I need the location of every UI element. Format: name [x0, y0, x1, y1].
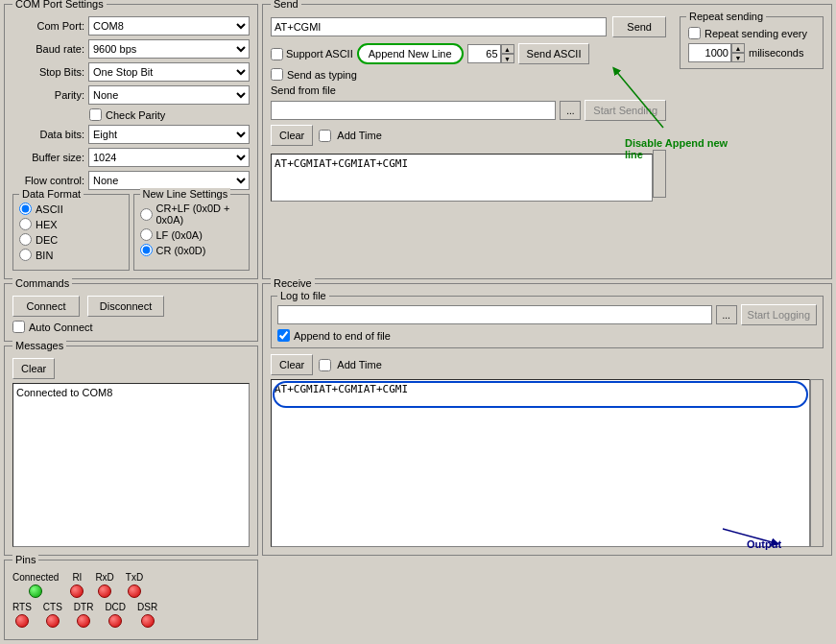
- parity-label: Parity:: [12, 89, 84, 101]
- support-ascii-label: Support ASCII: [286, 48, 353, 60]
- parity-select[interactable]: None: [88, 85, 250, 105]
- ascii-label: ASCII: [36, 203, 63, 215]
- interval-down-button[interactable]: ▼: [731, 53, 745, 62]
- pin-txd-label: TxD: [126, 572, 143, 583]
- receive-area: AT+CGMIAT+CGMIAT+CGMI: [271, 379, 810, 547]
- send-add-time-label: Add Time: [337, 130, 381, 141]
- send-panel: Send Send Support ASCII: [262, 4, 832, 279]
- send-title: Send: [271, 0, 301, 10]
- new-line-panel: New Line Settings CR+LF (0x0D + 0x0A) LF…: [133, 194, 251, 271]
- com-port-panel: COM Port Settings Com Port: COM8 Baud ra…: [4, 4, 258, 279]
- pin-rxd-led: [98, 584, 111, 598]
- ascii-radio[interactable]: [19, 203, 32, 215]
- size-up-button[interactable]: ▲: [501, 44, 514, 54]
- pin-rxd-label: RxD: [95, 572, 113, 583]
- bin-radio[interactable]: [19, 249, 32, 261]
- receive-clear-button[interactable]: Clear: [271, 354, 313, 375]
- baud-rate-label: Baud rate:: [12, 43, 84, 55]
- messages-panel: Messages Clear Connected to COM8: [4, 346, 258, 556]
- receive-content: AT+CGMIAT+CGMIAT+CGMI: [275, 383, 408, 395]
- cr-radio[interactable]: [140, 244, 153, 256]
- log-file-browse-button[interactable]: ...: [716, 305, 737, 324]
- send-input[interactable]: [271, 17, 607, 36]
- hex-radio[interactable]: [19, 218, 32, 230]
- repeat-title: Repeat sending: [686, 11, 766, 22]
- send-history-scrollbar[interactable]: [653, 150, 666, 198]
- send-as-typing-checkbox[interactable]: [271, 68, 283, 81]
- check-parity-label: Check Parity: [106, 109, 165, 121]
- receive-panel: Receive Log to file ... Start Logging Ap…: [262, 283, 832, 556]
- pin-rts-label: RTS: [12, 602, 32, 612]
- com-port-select[interactable]: COM8: [88, 16, 250, 36]
- send-history-area: AT+CGMIAT+CGMIAT+CGMI: [271, 154, 653, 202]
- auto-connect-checkbox[interactable]: [12, 321, 25, 333]
- data-format-title: Data Format: [19, 188, 84, 200]
- append-new-line-button[interactable]: Append New Line: [357, 43, 464, 64]
- lf-radio[interactable]: [140, 228, 153, 241]
- lf-label: LF (0x0A): [156, 229, 203, 241]
- baud-rate-select[interactable]: 9600 bps: [88, 39, 250, 59]
- send-add-time-checkbox[interactable]: [319, 130, 331, 142]
- send-clear-button[interactable]: Clear: [271, 125, 313, 146]
- pin-dsr-label: DSR: [137, 602, 157, 612]
- new-line-title: New Line Settings: [140, 188, 231, 200]
- send-file-browse-button[interactable]: ...: [560, 101, 581, 120]
- commands-title: Commands: [12, 277, 72, 289]
- flow-control-select[interactable]: None: [88, 171, 250, 190]
- pin-dtr: DTR: [74, 602, 94, 628]
- crlf-label: CR+LF (0x0D + 0x0A): [156, 203, 244, 226]
- crlf-radio[interactable]: [140, 208, 153, 221]
- size-input[interactable]: [467, 44, 501, 63]
- repeat-checkbox[interactable]: [688, 27, 701, 39]
- pin-txd: TxD: [126, 572, 143, 598]
- receive-add-time-checkbox[interactable]: [319, 359, 331, 371]
- pin-cts: CTS: [43, 602, 62, 628]
- dec-label: DEC: [36, 234, 58, 246]
- interval-up-button[interactable]: ▲: [731, 43, 745, 53]
- pin-dsr-led: [141, 614, 155, 628]
- messages-clear-button[interactable]: Clear: [12, 358, 55, 379]
- stop-bits-select[interactable]: One Stop Bit: [88, 62, 250, 82]
- repeat-interval-input[interactable]: [688, 43, 731, 62]
- messages-title: Messages: [12, 340, 66, 351]
- messages-content: Connected to COM8: [16, 387, 112, 398]
- dec-radio[interactable]: [19, 233, 32, 246]
- pin-ri-label: RI: [72, 572, 82, 583]
- pin-connected-led: [29, 584, 42, 598]
- send-file-input[interactable]: [271, 101, 556, 120]
- messages-area: Connected to COM8: [12, 383, 250, 547]
- size-down-button[interactable]: ▼: [501, 54, 514, 63]
- repeat-panel: Repeat sending Repeat sending every ▲ ▼: [680, 16, 824, 69]
- start-sending-button[interactable]: Start Sending: [585, 100, 666, 121]
- append-to-file-checkbox[interactable]: [277, 329, 290, 342]
- data-bits-select[interactable]: Eight: [88, 125, 250, 144]
- cr-label: CR (0x0D): [156, 245, 206, 256]
- log-file-input[interactable]: [277, 305, 712, 324]
- support-ascii-checkbox[interactable]: [271, 48, 283, 60]
- send-ascii-button[interactable]: Send ASCII: [518, 43, 590, 64]
- repeat-checkbox-label: Repeat sending every: [705, 28, 807, 39]
- connect-button[interactable]: Connect: [12, 296, 80, 317]
- pin-ri-led: [70, 584, 84, 598]
- auto-connect-label: Auto Connect: [29, 322, 93, 333]
- pin-connected-label: Connected: [12, 572, 59, 583]
- flow-control-label: Flow control:: [12, 175, 84, 186]
- stop-bits-label: Stop Bits:: [12, 66, 84, 78]
- disconnect-button[interactable]: Disconnect: [87, 296, 164, 317]
- data-bits-label: Data bits:: [12, 129, 84, 140]
- check-parity-checkbox[interactable]: [89, 108, 102, 121]
- receive-scrollbar[interactable]: [810, 379, 824, 547]
- buffer-size-select[interactable]: 1024: [88, 148, 250, 167]
- start-logging-button[interactable]: Start Logging: [741, 304, 817, 325]
- pin-dcd: DCD: [105, 602, 126, 628]
- send-button[interactable]: Send: [612, 16, 666, 37]
- pin-cts-led: [46, 614, 60, 628]
- pin-dsr: DSR: [137, 602, 157, 628]
- pin-cts-label: CTS: [43, 602, 62, 612]
- log-file-panel: Log to file ... Start Logging Append to …: [271, 296, 824, 348]
- pin-rts: RTS: [12, 602, 32, 628]
- pin-rxd: RxD: [95, 572, 113, 598]
- pins-panel: Pins Connected RI RxD TxD: [4, 560, 258, 640]
- hex-label: HEX: [36, 219, 58, 230]
- pin-connected: Connected: [12, 572, 59, 598]
